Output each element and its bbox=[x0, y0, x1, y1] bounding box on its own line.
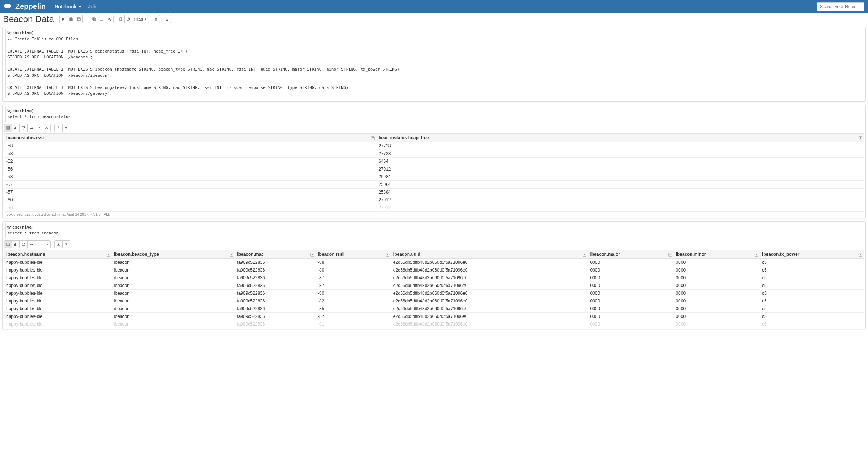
download-csv-button[interactable] bbox=[54, 240, 63, 248]
sort-icon[interactable]: ▾ bbox=[386, 253, 389, 257]
paragraph-footer: Took 5 sec. Last updated by admin at Apr… bbox=[4, 212, 864, 217]
line-chart-button[interactable] bbox=[35, 124, 43, 132]
table-cell: happy-bubbles-ble bbox=[4, 274, 112, 282]
nav-notebook[interactable]: Notebook bbox=[54, 4, 81, 10]
table-cell: 27912 bbox=[376, 204, 864, 211]
show-hide-output-button[interactable] bbox=[75, 15, 83, 23]
column-header[interactable]: ibeacon.mac▾ bbox=[235, 250, 316, 258]
sort-icon[interactable]: ▾ bbox=[310, 253, 314, 257]
area-chart-button[interactable] bbox=[27, 240, 35, 248]
table-cell: -81 bbox=[316, 320, 391, 328]
column-header[interactable]: ibeacon.hostname▾ bbox=[4, 250, 112, 258]
table-row: happy-bubbles-bleibeaconfa909c522836-87e… bbox=[4, 274, 864, 282]
table-cell: 27912 bbox=[376, 165, 864, 173]
table-cell: e2c56db5dffb48d2b060d0f5a71096e0 bbox=[391, 274, 588, 282]
area-chart-button[interactable] bbox=[27, 124, 35, 132]
svg-rect-19 bbox=[7, 243, 10, 246]
download-dropdown[interactable]: ▼ bbox=[62, 124, 70, 132]
commit-button[interactable] bbox=[117, 15, 125, 23]
table-cell: 25064 bbox=[376, 180, 864, 188]
table-cell: happy-bubbles-ble bbox=[4, 289, 112, 297]
table-cell: happy-bubbles-ble bbox=[4, 282, 112, 289]
svg-rect-24 bbox=[17, 244, 17, 246]
sort-icon[interactable]: ▾ bbox=[371, 136, 375, 140]
column-header[interactable]: beaconstatus.rssi▾ bbox=[4, 133, 376, 142]
download-csv-button[interactable] bbox=[54, 124, 63, 132]
column-header[interactable]: ibeacon.beacon_type▾ bbox=[112, 250, 235, 258]
table-cell: 0000 bbox=[673, 274, 760, 282]
sort-icon[interactable]: ▾ bbox=[107, 253, 110, 257]
sort-icon[interactable]: ▾ bbox=[859, 136, 862, 140]
line-chart-button[interactable] bbox=[35, 240, 43, 248]
table-cell: c5 bbox=[760, 320, 864, 328]
head-dropdown[interactable]: Head ▼ bbox=[132, 15, 149, 23]
paragraph-beaconstatus: %jdbc(hive) select * from beaconstatus ▼… bbox=[2, 105, 866, 218]
column-header[interactable]: ibeacon.minor▾ bbox=[673, 250, 760, 258]
scheduler-button[interactable] bbox=[163, 15, 171, 23]
table-cell: 0000 bbox=[588, 320, 673, 328]
table-cell: -85 bbox=[316, 305, 391, 312]
zeppelin-logo-icon bbox=[4, 4, 13, 9]
code-editor[interactable]: %jdbc(hive) select * from ibeacon bbox=[5, 223, 864, 238]
revision-button[interactable] bbox=[124, 15, 132, 23]
sort-icon[interactable]: ▾ bbox=[230, 253, 233, 257]
table-cell: -58 bbox=[4, 173, 376, 180]
pie-chart-button[interactable] bbox=[19, 240, 28, 248]
show-hide-code-button[interactable] bbox=[67, 15, 75, 23]
table-view-button[interactable] bbox=[4, 124, 12, 132]
table-cell: c5 bbox=[760, 274, 864, 282]
brand-text: Zeppelin bbox=[15, 2, 46, 11]
column-header[interactable]: beaconstatus.heap_free▾ bbox=[376, 133, 864, 142]
paragraph-create-tables: %jdbc(hive) -- Create Tables to ORC File… bbox=[2, 27, 866, 102]
code-editor[interactable]: %jdbc(hive) select * from beaconstatus bbox=[5, 107, 864, 122]
table-cell: c5 bbox=[760, 289, 864, 297]
bar-chart-button[interactable] bbox=[12, 124, 20, 132]
table-cell: fa909c522836 bbox=[235, 274, 316, 282]
table-row: -5627912 bbox=[4, 204, 864, 211]
table-cell: c5 bbox=[760, 258, 864, 266]
sort-icon[interactable]: ▾ bbox=[755, 253, 758, 257]
column-header[interactable]: ibeacon.uuid▾ bbox=[391, 250, 588, 258]
scatter-chart-button[interactable] bbox=[43, 240, 51, 248]
svg-rect-9 bbox=[7, 126, 10, 129]
code-editor[interactable]: %jdbc(hive) -- Create Tables to ORC File… bbox=[5, 29, 864, 98]
brand[interactable]: Zeppelin bbox=[4, 2, 46, 11]
svg-point-27 bbox=[46, 244, 47, 244]
download-dropdown[interactable]: ▼ bbox=[62, 240, 70, 248]
clone-note-button[interactable] bbox=[90, 15, 98, 23]
commit-group: Head ▼ bbox=[117, 15, 149, 23]
nav-job[interactable]: Job bbox=[88, 4, 96, 10]
table-cell: e2c56db5dffb48d2b060d0f5a71096e0 bbox=[391, 258, 588, 266]
column-header[interactable]: ibeacon.tx_power▾ bbox=[760, 250, 864, 258]
export-note-button[interactable] bbox=[98, 15, 106, 23]
table-row: happy-bubbles-bleibeaconfa909c522836-87e… bbox=[4, 282, 864, 289]
table-cell: 0000 bbox=[673, 297, 760, 305]
sort-icon[interactable]: ▾ bbox=[583, 253, 586, 257]
table-cell: fa909c522836 bbox=[235, 312, 316, 320]
scatter-chart-button[interactable] bbox=[43, 124, 51, 132]
table-cell: e2c56db5dffb48d2b060d0f5a71096e0 bbox=[391, 266, 588, 274]
svg-rect-3 bbox=[93, 18, 96, 21]
table-row: happy-bubbles-bleibeaconfa909c522836-87e… bbox=[4, 312, 864, 320]
svg-rect-14 bbox=[17, 128, 17, 129]
column-header[interactable]: ibeacon.rssi▾ bbox=[316, 250, 391, 258]
table-cell: ibeacon bbox=[112, 297, 235, 305]
trash-button[interactable] bbox=[152, 15, 160, 23]
table-cell: ibeacon bbox=[112, 289, 235, 297]
table-cell: fa909c522836 bbox=[235, 258, 316, 266]
sort-icon[interactable]: ▾ bbox=[859, 253, 862, 257]
table-view-button[interactable] bbox=[4, 240, 12, 248]
search-input[interactable] bbox=[817, 2, 864, 11]
table-cell: 0000 bbox=[673, 305, 760, 312]
table-cell: c5 bbox=[760, 297, 864, 305]
clear-output-button[interactable] bbox=[82, 15, 90, 23]
pie-chart-button[interactable] bbox=[19, 124, 28, 132]
column-header[interactable]: ibeacon.major▾ bbox=[588, 250, 673, 258]
table-cell: c5 bbox=[760, 282, 864, 289]
svg-rect-22 bbox=[14, 244, 15, 246]
run-all-button[interactable] bbox=[59, 15, 67, 23]
version-control-button[interactable] bbox=[106, 15, 114, 23]
table-row: -6027912 bbox=[4, 196, 864, 204]
sort-icon[interactable]: ▾ bbox=[668, 253, 672, 257]
bar-chart-button[interactable] bbox=[12, 240, 20, 248]
